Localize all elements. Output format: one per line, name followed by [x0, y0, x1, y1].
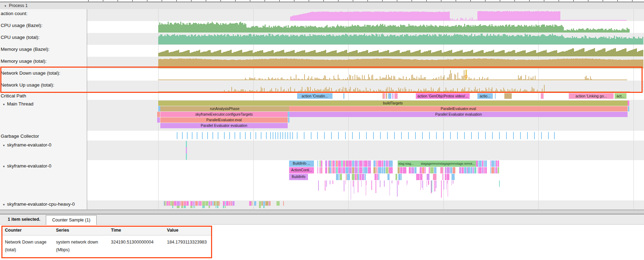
counter-bar[interactable] — [453, 88, 454, 92]
evaluator-slice[interactable] — [261, 201, 263, 206]
counter-bar[interactable] — [450, 70, 451, 80]
counter-bar[interactable] — [363, 79, 364, 80]
evaluator-slice[interactable] — [346, 174, 346, 180]
counter-bar[interactable] — [306, 80, 307, 80]
collapse-triangle-icon[interactable]: ▾ — [1, 165, 7, 168]
thread-slice[interactable]: runAnalysisPhase — [160, 106, 289, 111]
counter-bar[interactable] — [356, 91, 357, 92]
counter-bar[interactable] — [398, 88, 399, 92]
sidebar-item-skyframe-cpu-heavy[interactable]: ▾skyframe-evaluator-cpu-heavy-0 — [1, 201, 75, 207]
column-header-series[interactable]: Series — [56, 228, 69, 233]
counter-bar[interactable] — [362, 91, 362, 92]
counter-bar[interactable] — [316, 78, 316, 80]
counter-bar[interactable] — [266, 80, 267, 80]
evaluator-slice[interactable] — [201, 201, 202, 206]
counter-bar[interactable] — [453, 20, 454, 21]
counter-bar[interactable] — [450, 90, 450, 92]
counter-bar[interactable] — [282, 91, 282, 92]
evaluator-slice[interactable] — [329, 160, 331, 167]
counter-bar[interactable] — [264, 80, 265, 80]
evaluator-slice[interactable] — [378, 174, 379, 180]
evaluator-subslice[interactable] — [259, 206, 261, 208]
counter-bar[interactable] — [433, 78, 434, 80]
counter-bar[interactable] — [521, 91, 522, 92]
counter-bar[interactable] — [584, 80, 584, 80]
counter-bar[interactable] — [336, 90, 337, 92]
gc-event-slice[interactable] — [273, 132, 273, 139]
counter-bar[interactable] — [476, 90, 477, 92]
counter-bar[interactable] — [305, 89, 306, 92]
counter-bar[interactable] — [458, 91, 459, 92]
counter-bar[interactable] — [336, 79, 336, 80]
counter-bar[interactable] — [269, 78, 270, 80]
evaluator-slice[interactable] — [388, 167, 389, 173]
counter-bar[interactable] — [368, 74, 369, 80]
counter-bar[interactable] — [543, 91, 544, 92]
process-group-header[interactable]: ▾Process 1 — [0, 2, 644, 9]
counter-bar[interactable] — [397, 80, 397, 80]
evaluator-slice[interactable] — [217, 201, 219, 206]
counter-bar[interactable] — [484, 91, 485, 92]
panel-splitter[interactable] — [0, 210, 644, 214]
counter-bar[interactable] — [298, 78, 299, 80]
counter-bar[interactable] — [441, 76, 441, 80]
counter-bar[interactable] — [542, 89, 542, 92]
counter-bar[interactable] — [468, 20, 468, 21]
counter-bar[interactable] — [383, 90, 383, 92]
evaluator-slice[interactable] — [479, 167, 482, 173]
counter-bar[interactable] — [242, 89, 243, 92]
counter-bar[interactable] — [345, 88, 345, 92]
evaluator-slice[interactable] — [166, 201, 166, 206]
counter-bar[interactable] — [294, 89, 295, 92]
counter-bar[interactable] — [260, 78, 260, 80]
counter-bar[interactable] — [327, 89, 328, 92]
counter-bar[interactable] — [422, 91, 423, 92]
counter-bar[interactable] — [425, 90, 425, 92]
counter-bar[interactable] — [426, 88, 426, 92]
counter-bar[interactable] — [316, 90, 317, 92]
counter-bar[interactable] — [337, 91, 338, 92]
counter-bar[interactable] — [530, 91, 530, 92]
counter-bar[interactable] — [276, 91, 277, 92]
counter-bar[interactable] — [329, 87, 330, 92]
critical-path-slice[interactable]: action 'Linking go... — [569, 93, 614, 99]
evaluator-slice[interactable] — [254, 201, 256, 206]
sidebar-item-main-thread[interactable]: ▾Main Thread — [1, 101, 34, 107]
counter-bar[interactable] — [251, 78, 252, 80]
gc-event-slice[interactable] — [366, 132, 367, 139]
counter-bar[interactable] — [520, 76, 521, 80]
counter-bar[interactable] — [457, 18, 458, 21]
counter-bar[interactable] — [318, 78, 318, 80]
counter-bar[interactable] — [299, 79, 300, 80]
counter-bar[interactable] — [271, 78, 272, 80]
counter-bar[interactable] — [434, 79, 435, 80]
counter-bar[interactable] — [367, 91, 368, 92]
gc-event-slice[interactable] — [541, 132, 542, 139]
counter-bar[interactable] — [418, 80, 418, 80]
counter-bar[interactable] — [460, 91, 461, 92]
counter-bar[interactable] — [455, 75, 456, 80]
counter-bar[interactable] — [471, 78, 471, 80]
counter-bar[interactable] — [379, 90, 380, 92]
evaluator-slice[interactable] — [180, 201, 181, 206]
selected-counter-sample-marker[interactable] — [465, 75, 467, 78]
evaluator-slice[interactable] — [195, 201, 198, 206]
counter-bar[interactable] — [431, 80, 432, 80]
evaluator-subslice[interactable] — [181, 206, 183, 208]
counter-bar[interactable] — [283, 90, 284, 92]
counter-bar[interactable] — [367, 79, 368, 80]
counter-bar[interactable] — [347, 77, 348, 80]
evaluator-slice[interactable] — [389, 160, 392, 167]
counter-bar[interactable] — [460, 78, 460, 80]
evaluator-slice[interactable] — [194, 201, 195, 206]
counter-bar[interactable] — [352, 76, 353, 80]
counter-bar[interactable] — [516, 91, 517, 92]
counter-bar[interactable] — [381, 79, 382, 80]
evaluator-named-slice[interactable]: BuildInfo ... — [289, 160, 314, 167]
counter-bar[interactable] — [307, 78, 308, 80]
evaluator-slice[interactable] — [329, 167, 331, 173]
counter-bar[interactable] — [406, 77, 407, 80]
critical-path-slice[interactable] — [384, 93, 385, 99]
evaluator-slice[interactable] — [205, 201, 208, 206]
counter-bar[interactable] — [268, 91, 269, 92]
